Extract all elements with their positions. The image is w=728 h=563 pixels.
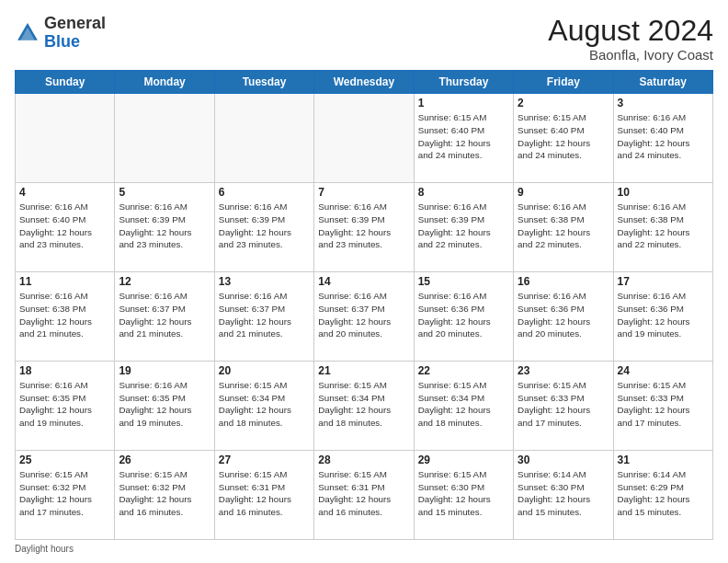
day-info: Sunrise: 6:16 AM Sunset: 6:37 PM Dayligh… bbox=[318, 290, 409, 340]
day-number: 27 bbox=[219, 454, 310, 466]
logo-icon bbox=[15, 20, 40, 46]
day-cell: 10Sunrise: 6:16 AM Sunset: 6:38 PM Dayli… bbox=[613, 183, 712, 272]
day-info: Sunrise: 6:14 AM Sunset: 6:29 PM Dayligh… bbox=[618, 468, 709, 519]
calendar-header-row: SundayMondayTuesdayWednesdayThursdayFrid… bbox=[16, 71, 713, 94]
day-cell: 15Sunrise: 6:16 AM Sunset: 6:36 PM Dayli… bbox=[414, 272, 513, 362]
day-cell: 2Sunrise: 6:15 AM Sunset: 6:40 PM Daylig… bbox=[514, 94, 613, 183]
page: General Blue August 2024 Baonfla, Ivory … bbox=[0, 0, 728, 563]
day-number: 28 bbox=[318, 454, 409, 466]
day-cell: 27Sunrise: 6:15 AM Sunset: 6:31 PM Dayli… bbox=[214, 451, 313, 540]
month-year: August 2024 bbox=[548, 15, 713, 47]
day-number: 31 bbox=[618, 454, 709, 466]
day-number: 22 bbox=[418, 364, 509, 377]
day-number: 8 bbox=[418, 186, 509, 199]
day-info: Sunrise: 6:16 AM Sunset: 6:39 PM Dayligh… bbox=[119, 201, 210, 251]
day-cell: 29Sunrise: 6:15 AM Sunset: 6:30 PM Dayli… bbox=[414, 451, 513, 540]
day-number: 25 bbox=[19, 454, 110, 466]
week-row-4: 25Sunrise: 6:15 AM Sunset: 6:32 PM Dayli… bbox=[16, 451, 713, 540]
day-info: Sunrise: 6:16 AM Sunset: 6:38 PM Dayligh… bbox=[618, 201, 709, 251]
day-cell: 17Sunrise: 6:16 AM Sunset: 6:36 PM Dayli… bbox=[613, 272, 712, 362]
day-cell bbox=[115, 94, 214, 183]
day-cell: 18Sunrise: 6:16 AM Sunset: 6:35 PM Dayli… bbox=[16, 362, 115, 451]
col-header-monday: Monday bbox=[115, 71, 214, 94]
logo-blue: Blue bbox=[44, 32, 80, 51]
header: General Blue August 2024 Baonfla, Ivory … bbox=[15, 15, 713, 63]
day-cell: 7Sunrise: 6:16 AM Sunset: 6:39 PM Daylig… bbox=[314, 183, 414, 272]
day-cell: 5Sunrise: 6:16 AM Sunset: 6:39 PM Daylig… bbox=[115, 183, 214, 272]
week-row-3: 18Sunrise: 6:16 AM Sunset: 6:35 PM Dayli… bbox=[16, 362, 713, 451]
col-header-tuesday: Tuesday bbox=[214, 71, 313, 94]
week-row-1: 4Sunrise: 6:16 AM Sunset: 6:40 PM Daylig… bbox=[16, 183, 713, 272]
day-cell: 4Sunrise: 6:16 AM Sunset: 6:40 PM Daylig… bbox=[16, 183, 115, 272]
day-cell: 9Sunrise: 6:16 AM Sunset: 6:38 PM Daylig… bbox=[514, 183, 613, 272]
week-row-0: 1Sunrise: 6:15 AM Sunset: 6:40 PM Daylig… bbox=[16, 94, 713, 183]
day-number: 29 bbox=[418, 454, 509, 466]
day-cell bbox=[16, 94, 115, 183]
day-cell: 26Sunrise: 6:15 AM Sunset: 6:32 PM Dayli… bbox=[115, 451, 214, 540]
day-cell: 3Sunrise: 6:16 AM Sunset: 6:40 PM Daylig… bbox=[613, 94, 712, 183]
col-header-saturday: Saturday bbox=[613, 71, 712, 94]
day-number: 2 bbox=[518, 97, 609, 109]
day-info: Sunrise: 6:16 AM Sunset: 6:38 PM Dayligh… bbox=[518, 201, 609, 251]
logo-general: General bbox=[44, 14, 106, 32]
footer-note: Daylight hours bbox=[15, 544, 713, 554]
day-info: Sunrise: 6:16 AM Sunset: 6:40 PM Dayligh… bbox=[618, 111, 709, 162]
day-info: Sunrise: 6:15 AM Sunset: 6:34 PM Dayligh… bbox=[219, 379, 310, 430]
day-cell: 8Sunrise: 6:16 AM Sunset: 6:39 PM Daylig… bbox=[414, 183, 513, 272]
day-number: 19 bbox=[119, 364, 210, 377]
day-number: 5 bbox=[119, 186, 210, 199]
day-cell: 11Sunrise: 6:16 AM Sunset: 6:38 PM Dayli… bbox=[16, 272, 115, 362]
day-number: 9 bbox=[518, 186, 609, 199]
day-cell: 22Sunrise: 6:15 AM Sunset: 6:34 PM Dayli… bbox=[414, 362, 513, 451]
day-cell: 20Sunrise: 6:15 AM Sunset: 6:34 PM Dayli… bbox=[214, 362, 313, 451]
day-info: Sunrise: 6:15 AM Sunset: 6:34 PM Dayligh… bbox=[318, 379, 409, 430]
day-number: 13 bbox=[219, 275, 310, 288]
col-header-wednesday: Wednesday bbox=[314, 71, 414, 94]
day-number: 4 bbox=[19, 186, 110, 199]
day-number: 21 bbox=[318, 364, 409, 377]
day-info: Sunrise: 6:16 AM Sunset: 6:39 PM Dayligh… bbox=[219, 201, 310, 251]
day-cell: 21Sunrise: 6:15 AM Sunset: 6:34 PM Dayli… bbox=[314, 362, 414, 451]
day-info: Sunrise: 6:16 AM Sunset: 6:36 PM Dayligh… bbox=[618, 290, 709, 340]
day-number: 10 bbox=[618, 186, 709, 199]
day-info: Sunrise: 6:15 AM Sunset: 6:32 PM Dayligh… bbox=[119, 468, 210, 519]
day-info: Sunrise: 6:15 AM Sunset: 6:33 PM Dayligh… bbox=[618, 379, 709, 430]
day-number: 15 bbox=[418, 275, 509, 288]
col-header-thursday: Thursday bbox=[414, 71, 513, 94]
calendar-table: SundayMondayTuesdayWednesdayThursdayFrid… bbox=[15, 70, 713, 540]
day-info: Sunrise: 6:15 AM Sunset: 6:31 PM Dayligh… bbox=[219, 468, 310, 519]
day-number: 24 bbox=[618, 364, 709, 377]
day-number: 18 bbox=[19, 364, 110, 377]
day-number: 1 bbox=[418, 97, 509, 109]
day-number: 11 bbox=[19, 275, 110, 288]
day-info: Sunrise: 6:16 AM Sunset: 6:39 PM Dayligh… bbox=[418, 201, 509, 251]
day-info: Sunrise: 6:16 AM Sunset: 6:37 PM Dayligh… bbox=[219, 290, 310, 340]
day-cell: 6Sunrise: 6:16 AM Sunset: 6:39 PM Daylig… bbox=[214, 183, 313, 272]
day-info: Sunrise: 6:14 AM Sunset: 6:30 PM Dayligh… bbox=[518, 468, 609, 519]
day-cell: 23Sunrise: 6:15 AM Sunset: 6:33 PM Dayli… bbox=[514, 362, 613, 451]
day-cell: 16Sunrise: 6:16 AM Sunset: 6:36 PM Dayli… bbox=[514, 272, 613, 362]
title-block: August 2024 Baonfla, Ivory Coast bbox=[548, 15, 713, 63]
day-cell: 31Sunrise: 6:14 AM Sunset: 6:29 PM Dayli… bbox=[613, 451, 712, 540]
day-cell bbox=[214, 94, 313, 183]
day-info: Sunrise: 6:16 AM Sunset: 6:36 PM Dayligh… bbox=[418, 290, 509, 340]
day-number: 20 bbox=[219, 364, 310, 377]
day-info: Sunrise: 6:16 AM Sunset: 6:35 PM Dayligh… bbox=[119, 379, 210, 430]
logo-text: General Blue bbox=[44, 15, 106, 52]
day-number: 30 bbox=[518, 454, 609, 466]
day-cell: 13Sunrise: 6:16 AM Sunset: 6:37 PM Dayli… bbox=[214, 272, 313, 362]
day-info: Sunrise: 6:15 AM Sunset: 6:34 PM Dayligh… bbox=[418, 379, 509, 430]
day-info: Sunrise: 6:16 AM Sunset: 6:38 PM Dayligh… bbox=[19, 290, 110, 340]
col-header-sunday: Sunday bbox=[16, 71, 115, 94]
day-number: 26 bbox=[119, 454, 210, 466]
day-info: Sunrise: 6:16 AM Sunset: 6:35 PM Dayligh… bbox=[19, 379, 110, 430]
day-cell: 30Sunrise: 6:14 AM Sunset: 6:30 PM Dayli… bbox=[514, 451, 613, 540]
day-number: 17 bbox=[618, 275, 709, 288]
day-number: 7 bbox=[318, 186, 409, 199]
day-info: Sunrise: 6:15 AM Sunset: 6:40 PM Dayligh… bbox=[418, 111, 509, 162]
day-info: Sunrise: 6:16 AM Sunset: 6:40 PM Dayligh… bbox=[19, 201, 110, 251]
day-number: 14 bbox=[318, 275, 409, 288]
week-row-2: 11Sunrise: 6:16 AM Sunset: 6:38 PM Dayli… bbox=[16, 272, 713, 362]
day-info: Sunrise: 6:15 AM Sunset: 6:40 PM Dayligh… bbox=[518, 111, 609, 162]
col-header-friday: Friday bbox=[514, 71, 613, 94]
